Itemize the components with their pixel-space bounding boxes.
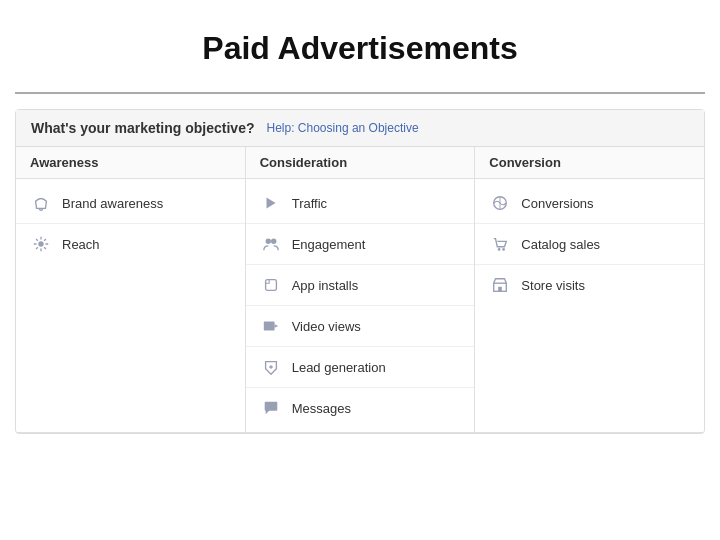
svg-marker-6 [274,324,278,328]
brand-awareness-label: Brand awareness [62,196,163,211]
divider [15,92,705,94]
awareness-header: Awareness [16,147,245,179]
lead-generation-item[interactable]: Lead generation [246,347,475,388]
traffic-icon [260,192,282,214]
conversion-column: Conversion Conversions [475,147,704,432]
brand-awareness-item[interactable]: Brand awareness [16,183,245,224]
conversion-header: Conversion [475,147,704,179]
catalog-sales-item[interactable]: Catalog sales [475,224,704,265]
engagement-label: Engagement [292,237,366,252]
traffic-label: Traffic [292,196,327,211]
awareness-column: Awareness Brand awareness [16,147,246,432]
catalog-sales-icon [489,233,511,255]
reach-item[interactable]: Reach [16,224,245,264]
video-views-label: Video views [292,319,361,334]
card-header: What's your marketing objective? Help: C… [16,110,704,147]
page-title: Paid Advertisements [20,30,700,67]
conversions-item[interactable]: Conversions [475,183,704,224]
help-link[interactable]: Help: Choosing an Objective [267,121,419,135]
title-section: Paid Advertisements [0,0,720,82]
svg-marker-1 [266,198,275,209]
brand-awareness-icon [30,192,52,214]
video-views-item[interactable]: Video views [246,306,475,347]
catalog-sales-label: Catalog sales [521,237,600,252]
svg-rect-5 [263,322,274,331]
columns-container: Awareness Brand awareness [16,147,704,433]
svg-point-0 [38,241,43,246]
traffic-item[interactable]: Traffic [246,183,475,224]
reach-icon [30,233,52,255]
video-views-icon [260,315,282,337]
store-visits-icon [489,274,511,296]
conversion-items: Conversions Catalog sales [475,179,704,309]
svg-point-8 [498,248,501,251]
store-visits-label: Store visits [521,278,585,293]
svg-rect-11 [499,287,503,292]
consideration-header: Consideration [246,147,475,179]
consideration-column: Consideration Traffic [246,147,476,432]
engagement-item[interactable]: Engagement [246,224,475,265]
messages-label: Messages [292,401,351,416]
app-installs-item[interactable]: App installs [246,265,475,306]
svg-point-3 [271,239,276,244]
lead-generation-label: Lead generation [292,360,386,375]
app-installs-label: App installs [292,278,358,293]
conversions-label: Conversions [521,196,593,211]
lead-generation-icon [260,356,282,378]
messages-item[interactable]: Messages [246,388,475,428]
engagement-icon [260,233,282,255]
card-question: What's your marketing objective? [31,120,255,136]
reach-label: Reach [62,237,100,252]
store-visits-item[interactable]: Store visits [475,265,704,305]
consideration-items: Traffic Engagement [246,179,475,432]
awareness-items: Brand awareness Reach [16,179,245,268]
marketing-objective-card: What's your marketing objective? Help: C… [15,109,705,434]
messages-icon [260,397,282,419]
svg-point-2 [265,239,270,244]
conversions-icon [489,192,511,214]
svg-point-9 [503,248,506,251]
svg-rect-4 [265,280,276,291]
app-installs-icon [260,274,282,296]
